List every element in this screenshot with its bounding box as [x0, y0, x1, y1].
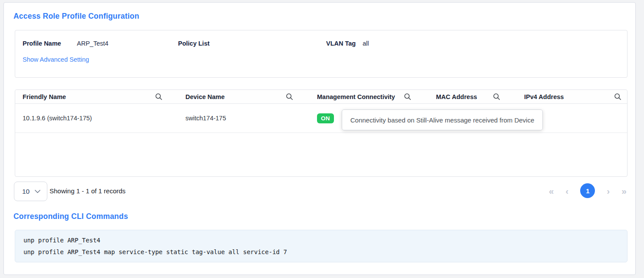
- connectivity-on-badge[interactable]: ON: [317, 113, 334, 123]
- column-management-connectivity[interactable]: Management Connectivity: [310, 90, 429, 103]
- first-page-button[interactable]: «: [549, 186, 554, 195]
- column-label: Management Connectivity: [310, 93, 395, 100]
- column-device-name[interactable]: Device Name: [178, 90, 310, 103]
- page-size-value: 10: [22, 188, 30, 195]
- cli-commands-box: unp profile ARP_Test4 unp profile ARP_Te…: [15, 230, 627, 262]
- next-page-button[interactable]: ›: [607, 186, 610, 195]
- column-friendly-name[interactable]: Friendly Name: [15, 90, 178, 103]
- show-advanced-setting-link[interactable]: Show Advanced Setting: [23, 56, 89, 63]
- cli-commands-title: Corresponding CLI Commands: [13, 212, 128, 221]
- search-icon[interactable]: [286, 93, 310, 100]
- current-page-button[interactable]: 1: [580, 183, 595, 198]
- vlan-tag-value: all: [363, 40, 369, 47]
- connectivity-tooltip: Connectivity based on Still-Alive messag…: [342, 109, 543, 130]
- policy-list-label: Policy List: [178, 40, 210, 47]
- search-icon[interactable]: [404, 93, 429, 100]
- device-name-cell: switch174-175: [178, 115, 310, 122]
- column-label: MAC Address: [429, 93, 477, 100]
- page-size-select[interactable]: 10: [14, 182, 47, 201]
- chevron-down-icon: [35, 190, 40, 193]
- page-title: Access Role Profile Configuration: [13, 12, 139, 21]
- profile-name-label: Profile Name: [23, 40, 61, 47]
- column-label: Device Name: [178, 93, 225, 100]
- cli-command-line: unp profile ARP_Test4 map service-type s…: [23, 248, 619, 255]
- friendly-name-cell: 10.1.9.6 (switch174-175): [15, 115, 178, 122]
- column-label: IPv4 Address: [517, 93, 564, 100]
- column-ipv4-address[interactable]: IPv4 Address: [517, 90, 627, 103]
- last-page-button[interactable]: »: [621, 186, 627, 195]
- search-icon[interactable]: [155, 93, 178, 100]
- prev-page-button[interactable]: ‹: [565, 186, 568, 195]
- column-label: Friendly Name: [15, 93, 66, 100]
- pagination-bar: 10 Showing 1 - 1 of 1 records « ‹ 1 › »: [4, 179, 636, 202]
- vlan-tag-label: VLAN Tag: [326, 40, 356, 47]
- pager-controls: « ‹ 1 › »: [549, 179, 627, 202]
- cli-command-line: unp profile ARP_Test4: [23, 237, 619, 244]
- profile-name-value: ARP_Test4: [77, 40, 109, 47]
- devices-table: Friendly Name Device Name Management Con…: [15, 89, 627, 177]
- profile-summary-panel: Profile Name ARP_Test4 Policy List VLAN …: [15, 30, 627, 78]
- search-icon[interactable]: [614, 93, 627, 100]
- column-mac-address[interactable]: MAC Address: [429, 90, 517, 103]
- access-role-profile-card: Access Role Profile Configuration Profil…: [3, 2, 636, 275]
- search-icon[interactable]: [493, 93, 517, 100]
- records-summary: Showing 1 - 1 of 1 records: [50, 179, 125, 202]
- table-header-row: Friendly Name Device Name Management Con…: [15, 90, 627, 104]
